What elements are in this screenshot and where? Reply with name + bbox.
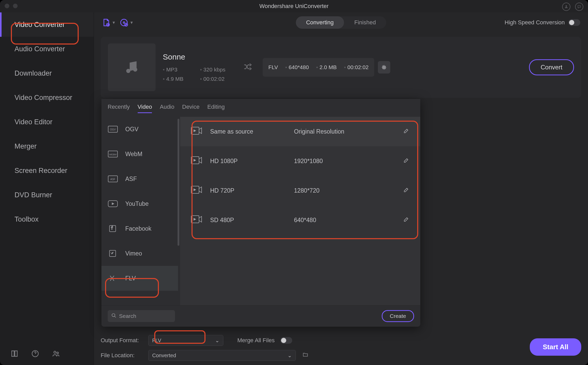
app-window: Wondershare UniConverter Video Converter… — [0, 0, 588, 365]
help-icon[interactable] — [31, 349, 39, 359]
asf-icon: ASF — [108, 175, 118, 182]
book-icon[interactable] — [10, 349, 19, 359]
target-format-box[interactable]: FLV 640*480 2.0 MB 00:02:02 — [263, 58, 374, 77]
format-tab-audio[interactable]: Audio — [160, 104, 174, 113]
convert-button[interactable]: Convert — [529, 59, 574, 75]
close-window-dot[interactable] — [5, 4, 9, 8]
ogv-icon: OGV — [108, 126, 118, 133]
src-bitrate: 320 kbps — [200, 67, 233, 73]
format-item-label: FLV — [125, 275, 136, 282]
edit-preset-button[interactable] — [403, 157, 409, 165]
format-item-asf[interactable]: ASF ASF — [101, 166, 178, 191]
edit-preset-button[interactable] — [403, 187, 409, 194]
community-icon[interactable] — [52, 349, 60, 359]
format-search-input[interactable]: Search — [108, 310, 175, 322]
highspeed-toggle[interactable] — [568, 19, 580, 26]
svg-point-3 — [57, 352, 58, 354]
top-bar: ▾ ▾ Converting Finished High Speed Conve… — [94, 12, 588, 33]
format-item-label: OGV — [125, 126, 138, 133]
format-item-youtube[interactable]: YouTube — [101, 191, 178, 216]
sidebar-item-video-editor[interactable]: Video Editor — [0, 110, 94, 134]
dst-duration: 00:02:02 — [344, 64, 369, 70]
svg-point-6 — [123, 22, 125, 23]
format-item-label: WebM — [125, 151, 142, 158]
chevron-down-icon: ⌄ — [288, 352, 292, 359]
format-tab-recently[interactable]: Recently — [108, 104, 130, 113]
highspeed-label: High Speed Conversion — [505, 19, 565, 26]
start-all-button[interactable]: Start All — [530, 338, 581, 356]
add-file-button[interactable]: ▾ — [102, 18, 115, 27]
settings-button[interactable] — [378, 61, 390, 74]
format-item-flv[interactable]: FLV — [101, 266, 178, 291]
sidebar-item-label: Toolbox — [14, 215, 39, 223]
format-item-label: Vimeo — [125, 250, 142, 257]
chevron-down-icon: ▾ — [130, 20, 133, 25]
video-file-icon — [191, 156, 202, 166]
output-format-select[interactable]: FLV ⌄ — [148, 335, 223, 346]
sidebar-item-toolbox[interactable]: Toolbox — [0, 207, 94, 231]
format-tab-video[interactable]: Video — [138, 104, 152, 113]
resolution-value: 1920*1080 — [294, 158, 395, 165]
sidebar-item-label: Merger — [14, 142, 37, 150]
resolution-name: Same as source — [210, 128, 286, 135]
sidebar-item-label: Downloader — [14, 69, 52, 77]
youtube-icon — [108, 200, 118, 207]
open-folder-button[interactable] — [302, 352, 309, 359]
feedback-icon[interactable] — [575, 3, 583, 11]
sidebar-item-label: Screen Recorder — [14, 167, 67, 175]
merge-toggle[interactable] — [280, 337, 292, 344]
sidebar-item-label: Video Converter — [14, 21, 65, 29]
status-segment: Converting Finished — [296, 16, 386, 29]
sidebar-item-dvd-burner[interactable]: DVD Burner — [0, 183, 94, 207]
format-tab-device[interactable]: Device — [182, 104, 200, 113]
dst-size: 2.0 MB — [316, 64, 337, 70]
facebook-icon — [108, 225, 118, 232]
tab-converting[interactable]: Converting — [296, 16, 344, 29]
svg-text:WEBM: WEBM — [109, 153, 116, 156]
format-item-webm[interactable]: WEBM WebM — [101, 142, 178, 166]
file-title: Sonne — [163, 53, 233, 61]
window-title: Wondershare UniConverter — [259, 3, 328, 10]
format-tab-editing[interactable]: Editing — [207, 104, 225, 113]
sidebar-item-merger[interactable]: Merger — [0, 134, 94, 158]
flv-icon — [108, 275, 118, 282]
edit-preset-button[interactable] — [403, 128, 409, 135]
sidebar-item-screen-recorder[interactable]: Screen Recorder — [0, 158, 94, 183]
webm-icon: WEBM — [108, 150, 118, 158]
music-note-icon — [123, 59, 140, 76]
window-controls — [5, 4, 18, 8]
sidebar-footer — [10, 349, 60, 359]
sidebar-item-video-compressor[interactable]: Video Compressor — [0, 85, 94, 110]
resolution-row-720p[interactable]: HD 720P 1280*720 — [180, 176, 420, 205]
add-dvd-button[interactable]: ▾ — [120, 18, 133, 27]
resolution-row-same-as-source[interactable]: Same as source Original Resolution — [180, 117, 420, 146]
file-location-select[interactable]: Converted ⌄ — [148, 350, 296, 361]
format-list-scrollbar[interactable] — [178, 119, 179, 246]
merge-label: Merge All Files — [237, 337, 275, 344]
resolution-value: 640*480 — [294, 217, 395, 224]
resolution-row-480p[interactable]: SD 480P 640*480 — [180, 205, 420, 235]
format-item-label: ASF — [125, 176, 137, 182]
format-item-ogv[interactable]: OGV OGV — [101, 117, 178, 142]
src-format: MP3 — [163, 67, 191, 73]
format-item-vimeo[interactable]: Vimeo — [101, 241, 178, 266]
swap-icon[interactable] — [243, 62, 252, 72]
file-item-card: Sonne MP3 320 kbps 4.9 MB 00:02:02 FLV 6… — [101, 37, 581, 98]
sidebar-item-label: Video Editor — [14, 118, 53, 126]
format-list: OGV OGV WEBM WebM ASF ASF YouTube — [101, 117, 180, 305]
output-format-value: FLV — [152, 338, 161, 344]
sidebar-item-video-converter[interactable]: Video Converter — [0, 12, 94, 37]
svg-point-8 — [126, 69, 130, 73]
format-item-facebook[interactable]: Facebook — [101, 216, 178, 241]
sidebar-item-audio-converter[interactable]: Audio Converter — [0, 37, 94, 61]
edit-preset-button[interactable] — [403, 216, 409, 224]
resolution-row-1080p[interactable]: HD 1080P 1920*1080 — [180, 146, 420, 176]
tab-finished[interactable]: Finished — [344, 16, 386, 29]
minimize-window-dot[interactable] — [13, 4, 18, 8]
sidebar-item-downloader[interactable]: Downloader — [0, 61, 94, 85]
file-thumbnail[interactable] — [108, 43, 156, 91]
resolution-list: Same as source Original Resolution HD 10… — [180, 117, 420, 305]
file-location-label: File Location: — [101, 352, 145, 359]
account-icon[interactable] — [562, 3, 570, 11]
create-preset-button[interactable]: Create — [382, 310, 414, 322]
